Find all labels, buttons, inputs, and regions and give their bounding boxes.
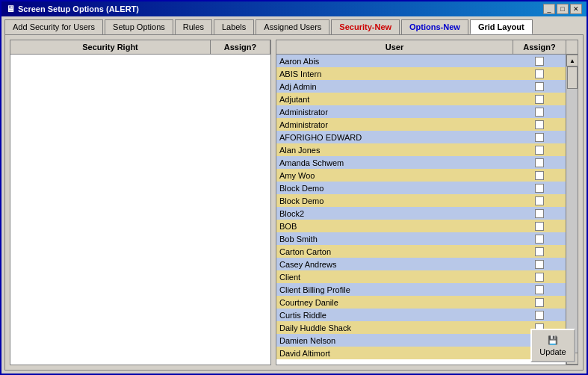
table-row: Alan Jones xyxy=(276,143,566,156)
assign-cell xyxy=(513,158,566,167)
assign-checkbox[interactable] xyxy=(535,196,544,205)
tab-grid-layout[interactable]: Grid Layout xyxy=(470,19,533,34)
assign-cell xyxy=(513,260,566,269)
assign-checkbox[interactable] xyxy=(535,273,544,282)
table-row: Adjutant xyxy=(276,93,566,105)
update-icon: 💾 xyxy=(548,335,558,345)
assign-checkbox[interactable] xyxy=(535,171,544,180)
assign-checkbox[interactable] xyxy=(535,222,544,231)
table-row: ABIS Intern xyxy=(276,67,566,80)
table-row: Daily Huddle Shack xyxy=(276,321,566,334)
main-window: 🖥 Screen Setup Options (ALERT) _ □ ✕ Add… xyxy=(0,0,588,375)
title-bar-left: 🖥 Screen Setup Options (ALERT) xyxy=(6,4,139,14)
table-row: Client xyxy=(276,270,566,283)
assign-checkbox[interactable] xyxy=(535,311,544,320)
user-name: Block2 xyxy=(276,209,513,218)
tab-rules[interactable]: Rules xyxy=(175,19,212,34)
assign-cell xyxy=(513,196,566,205)
assign-cell xyxy=(513,95,566,104)
user-name: ABIS Intern xyxy=(276,69,513,78)
assign-checkbox[interactable] xyxy=(535,247,544,256)
assign-cell xyxy=(513,247,566,256)
assign-cell xyxy=(513,57,566,66)
user-name: Curtis Riddle xyxy=(276,311,513,320)
assign-cell xyxy=(513,146,566,155)
assign-checkbox[interactable] xyxy=(535,57,544,66)
table-row: Casey Andrews xyxy=(276,258,566,270)
assign-checkbox[interactable] xyxy=(535,260,544,269)
assign-cell xyxy=(513,273,566,282)
tab-add-security[interactable]: Add Security for Users xyxy=(4,19,103,34)
assign-checkbox[interactable] xyxy=(535,69,544,78)
tab-labels[interactable]: Labels xyxy=(214,19,254,34)
user-name: Amanda Schwem xyxy=(276,158,513,167)
assign-right-header: Assign? xyxy=(513,40,566,54)
user-name: Client Billing Profile xyxy=(276,285,513,294)
user-name: BOB xyxy=(276,222,513,231)
assign-cell xyxy=(513,69,566,78)
right-panel: User Assign? Aaron AbisABIS InternAdj Ad… xyxy=(276,40,578,365)
assign-checkbox[interactable] xyxy=(535,108,544,117)
left-panel-header: Security Right Assign? xyxy=(10,40,270,55)
table-row: Carton Carton xyxy=(276,245,566,258)
table-row: Block Demo xyxy=(276,182,566,194)
assign-cell xyxy=(513,311,566,320)
user-name: Adjutant xyxy=(276,95,513,104)
assign-cell xyxy=(513,120,566,129)
assign-checkbox[interactable] xyxy=(535,285,544,294)
assign-cell xyxy=(513,235,566,244)
assign-checkbox[interactable] xyxy=(535,158,544,167)
tabs-row: Add Security for Users Setup Options Rul… xyxy=(1,16,587,34)
assign-checkbox[interactable] xyxy=(535,146,544,155)
table-row: Administrator xyxy=(276,105,566,118)
table-row: Aaron Abis xyxy=(276,55,566,67)
user-name: Damien Nelson xyxy=(276,336,513,345)
table-row: AFORIGHO EDWARD xyxy=(276,131,566,143)
table-row: Block2 xyxy=(276,207,566,220)
user-name: Block Demo xyxy=(276,196,513,205)
minimize-button[interactable]: _ xyxy=(543,4,555,14)
tab-assigned-users[interactable]: Assigned Users xyxy=(256,19,329,34)
scroll-up-button[interactable]: ▲ xyxy=(566,55,578,66)
assign-checkbox[interactable] xyxy=(535,298,544,307)
user-name: Block Demo xyxy=(276,184,513,193)
assign-checkbox[interactable] xyxy=(535,133,544,142)
tab-security-new[interactable]: Security-New xyxy=(331,19,400,34)
assign-cell xyxy=(513,133,566,142)
table-row: Administrator xyxy=(276,118,566,131)
app-icon: 🖥 xyxy=(6,4,15,14)
maximize-button[interactable]: □ xyxy=(557,4,569,14)
assign-checkbox[interactable] xyxy=(535,184,544,193)
table-row: Amanda Schwem xyxy=(276,156,566,169)
scrollbar[interactable]: ▲ ▼ xyxy=(566,55,578,365)
scroll-track[interactable] xyxy=(566,66,578,353)
user-name: Adj Admin xyxy=(276,82,513,91)
scroll-thumb[interactable] xyxy=(567,66,578,89)
assign-checkbox[interactable] xyxy=(535,95,544,104)
assign-checkbox[interactable] xyxy=(535,235,544,244)
table-row: Curtis Riddle xyxy=(276,309,566,321)
tab-setup-options[interactable]: Setup Options xyxy=(105,19,173,34)
user-name: Carton Carton xyxy=(276,247,513,256)
table-row: Amy Woo xyxy=(276,169,566,182)
assign-checkbox[interactable] xyxy=(535,209,544,218)
assign-checkbox[interactable] xyxy=(535,82,544,91)
assign-checkbox[interactable] xyxy=(535,120,544,129)
assign-cell xyxy=(513,222,566,231)
left-panel-body xyxy=(10,55,270,365)
user-name: David Altimort xyxy=(276,349,513,358)
table-row: BOB xyxy=(276,220,566,232)
close-button[interactable]: ✕ xyxy=(570,4,582,14)
assign-cell xyxy=(513,171,566,180)
table-row: Adj Admin xyxy=(276,80,566,93)
tab-options-new[interactable]: Options-New xyxy=(401,19,468,34)
assign-cell xyxy=(513,209,566,218)
update-label: Update xyxy=(539,347,566,356)
title-controls: _ □ ✕ xyxy=(543,4,582,14)
assign-cell xyxy=(513,82,566,91)
title-bar: 🖥 Screen Setup Options (ALERT) _ □ ✕ xyxy=(1,1,587,16)
window-title: Screen Setup Options (ALERT) xyxy=(18,4,139,13)
assign-left-header: Assign? xyxy=(211,40,270,54)
update-button[interactable]: 💾 Update xyxy=(530,329,575,362)
assign-cell xyxy=(513,285,566,294)
